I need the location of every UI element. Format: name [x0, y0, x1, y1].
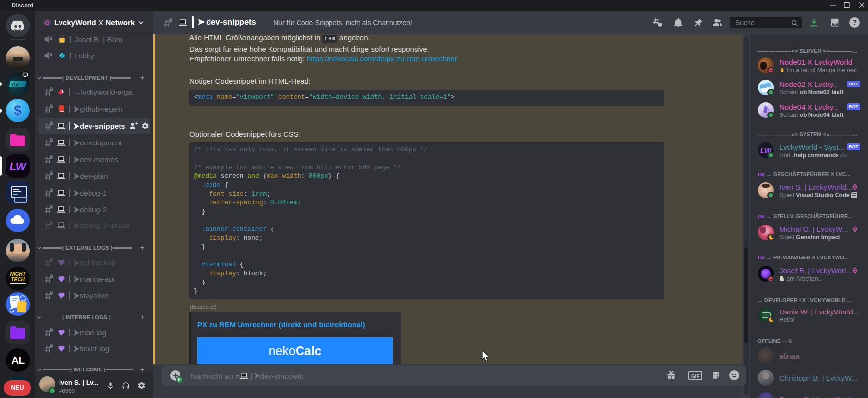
svg-text:LW: LW — [758, 172, 765, 177]
svg-text:LW: LW — [10, 160, 27, 172]
svg-text:LW: LW — [758, 256, 765, 260]
svg-text:LW: LW — [758, 214, 765, 219]
